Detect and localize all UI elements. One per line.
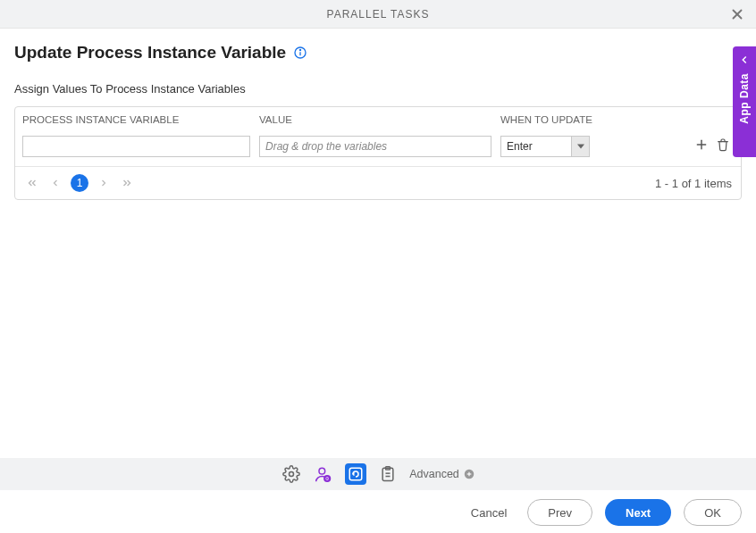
bottom-toolbar: Advanced (0, 458, 756, 490)
advanced-toggle[interactable]: Advanced (409, 468, 475, 480)
main-content: Update Process Instance Variable Assign … (0, 29, 756, 214)
delete-row-icon[interactable] (716, 137, 730, 155)
prev-button[interactable]: Prev (527, 499, 592, 526)
variable-mapping-icon[interactable] (345, 463, 366, 485)
chevron-left-icon (738, 54, 751, 66)
page-title: Update Process Instance Variable (14, 43, 286, 62)
dialog-title: PARALLEL TASKS (327, 8, 430, 21)
svg-marker-5 (577, 145, 584, 149)
plus-circle-icon (463, 468, 475, 480)
info-icon[interactable] (293, 46, 307, 60)
grid-footer: 1 1 - 1 of 1 items (15, 166, 741, 199)
variable-grid: PROCESS INSTANCE VARIABLE VALUE WHEN TO … (14, 106, 742, 200)
settings-icon[interactable] (281, 463, 302, 485)
section-label: Assign Values To Process Instance Variab… (14, 82, 742, 96)
advanced-label: Advanced (409, 468, 459, 480)
footer-buttons: Cancel Prev Next OK (463, 499, 742, 526)
cancel-button[interactable]: Cancel (463, 499, 515, 526)
col-header-variable: PROCESS INSTANCE VARIABLE (21, 114, 257, 125)
svg-rect-13 (349, 468, 362, 480)
pager-first-icon[interactable] (24, 175, 40, 191)
form-icon[interactable] (377, 463, 399, 485)
grid-header-row: PROCESS INSTANCE VARIABLE VALUE WHEN TO … (15, 107, 741, 132)
ok-button[interactable]: OK (684, 499, 742, 526)
pager: 1 (24, 174, 135, 192)
pager-page-1[interactable]: 1 (71, 174, 88, 192)
pager-last-icon[interactable] (119, 175, 135, 191)
table-row: Enter (15, 132, 741, 166)
app-data-tab[interactable]: App Data (733, 46, 756, 157)
pager-prev-icon[interactable] (47, 175, 63, 191)
svg-point-4 (300, 49, 301, 50)
col-header-value: VALUE (257, 114, 499, 125)
app-data-label: App Data (738, 73, 751, 124)
svg-point-8 (290, 472, 294, 477)
variable-input[interactable] (22, 136, 250, 157)
user-icon[interactable] (313, 463, 334, 485)
dialog-header: PARALLEL TASKS (0, 0, 756, 29)
add-row-icon[interactable] (694, 137, 709, 155)
chevron-down-icon[interactable] (571, 137, 589, 156)
close-icon[interactable] (729, 6, 745, 22)
value-input[interactable] (259, 136, 491, 157)
pager-next-icon[interactable] (96, 175, 112, 191)
next-button[interactable]: Next (605, 499, 671, 526)
select-value: Enter (501, 137, 571, 156)
svg-point-9 (319, 468, 325, 474)
col-header-when: WHEN TO UPDATE (499, 114, 633, 125)
when-to-update-select[interactable]: Enter (500, 136, 590, 157)
pager-info: 1 - 1 of 1 items (655, 177, 732, 190)
